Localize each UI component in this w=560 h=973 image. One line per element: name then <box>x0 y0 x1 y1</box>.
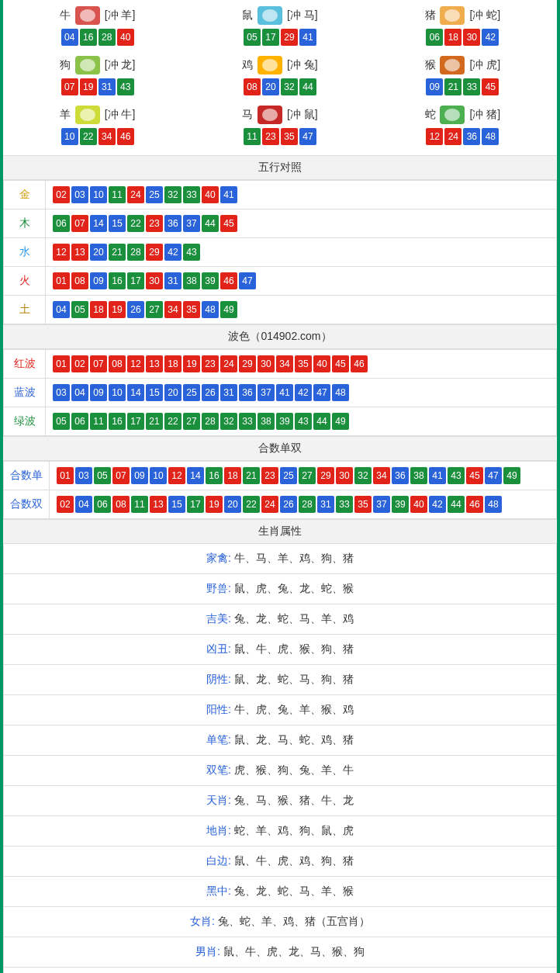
zodiac-balls: 11233547 <box>188 127 371 146</box>
table-row: 火 0108091617303138394647 <box>4 267 557 296</box>
number-ball: 38 <box>183 272 200 289</box>
number-ball: 38 <box>258 413 275 430</box>
bose-table: 红波 0102070812131819232429303435404546 蓝波… <box>3 349 557 436</box>
attr-row: 吉美: 兔、龙、蛇、马、羊、鸡 <box>3 604 557 635</box>
number-ball: 31 <box>317 496 334 513</box>
number-ball: 20 <box>164 384 181 401</box>
zodiac-balls: 04162840 <box>6 28 188 47</box>
attr-val: 鼠、牛、虎、龙、马、猴、狗 <box>220 945 365 957</box>
zodiac-name: 蛇 <box>425 108 436 122</box>
row-balls: 02031011242532334041 <box>46 181 557 209</box>
number-ball: 37 <box>258 384 275 401</box>
zodiac-name: 马 <box>242 108 253 122</box>
attr-key: 凶丑: <box>206 642 231 655</box>
number-ball: 44 <box>448 496 465 513</box>
table-row: 土 04051819262734354849 <box>4 296 557 324</box>
attr-val: 牛、虎、兔、羊、猴、鸡 <box>231 703 354 715</box>
number-ball: 44 <box>202 215 219 232</box>
number-ball: 33 <box>183 186 200 203</box>
attr-key: 地肖: <box>206 824 231 836</box>
attr-row: 凶丑: 鼠、牛、虎、猴、狗、猪 <box>3 635 557 665</box>
zodiac-cell: 猪 [冲 蛇] 06183042 <box>372 3 554 53</box>
number-ball: 08 <box>112 496 130 513</box>
number-ball: 43 <box>117 78 134 95</box>
number-ball: 23 <box>261 467 278 484</box>
number-ball: 03 <box>75 467 92 484</box>
number-ball: 48 <box>332 384 349 401</box>
number-ball: 22 <box>164 413 181 430</box>
number-ball: 16 <box>109 413 126 430</box>
number-ball: 49 <box>503 467 520 484</box>
number-ball: 37 <box>373 496 390 513</box>
number-ball: 24 <box>127 186 144 203</box>
attr-key: 女肖: <box>190 915 215 927</box>
number-ball: 07 <box>90 355 107 372</box>
attr-val: 兔、龙、蛇、马、羊、猴 <box>231 885 354 897</box>
zodiac-icon <box>258 56 282 74</box>
number-ball: 11 <box>244 128 261 145</box>
number-ball: 27 <box>299 467 316 484</box>
attr-row: 白边: 鼠、牛、虎、鸡、狗、猪 <box>3 847 557 877</box>
number-ball: 47 <box>299 128 316 145</box>
number-ball: 19 <box>206 496 223 513</box>
zodiac-name: 狗 <box>60 58 71 72</box>
row-balls: 0102070812131819232429303435404546 <box>46 350 557 379</box>
number-ball: 47 <box>239 272 256 289</box>
number-ball: 31 <box>220 384 237 401</box>
number-ball: 40 <box>410 496 427 513</box>
row-label: 红波 <box>4 350 46 379</box>
number-ball: 42 <box>482 29 499 46</box>
number-ball: 01 <box>53 355 70 372</box>
heshu-header: 合数单双 <box>3 436 557 461</box>
number-ball: 35 <box>281 128 298 145</box>
number-ball: 41 <box>299 29 316 46</box>
number-ball: 16 <box>109 272 126 289</box>
number-ball: 34 <box>276 355 293 372</box>
number-ball: 13 <box>71 244 88 261</box>
svg-point-0 <box>80 9 95 22</box>
attr-val: 牛、马、羊、鸡、狗、猪 <box>231 552 354 564</box>
number-ball: 06 <box>426 29 443 46</box>
number-ball: 44 <box>313 413 330 430</box>
number-ball: 43 <box>448 467 465 484</box>
svg-point-5 <box>444 59 460 71</box>
number-ball: 26 <box>202 384 219 401</box>
number-ball: 36 <box>392 467 409 484</box>
svg-point-8 <box>444 109 460 121</box>
row-label: 绿波 <box>4 407 46 436</box>
table-row: 合数单 010305070910121416182123252729303234… <box>4 462 557 490</box>
attr-val: 鼠、牛、虎、猴、狗、猪 <box>231 642 354 655</box>
number-ball: 22 <box>243 496 260 513</box>
number-ball: 25 <box>146 186 163 203</box>
number-ball: 35 <box>354 496 372 513</box>
attr-row: 阳性: 牛、虎、兔、羊、猴、鸡 <box>3 695 557 725</box>
row-label: 合数单 <box>4 462 50 490</box>
number-ball: 12 <box>53 244 70 261</box>
number-ball: 19 <box>109 301 126 318</box>
attr-val: 鼠、牛、虎、鸡、狗、猪 <box>231 854 354 867</box>
svg-point-2 <box>444 9 460 22</box>
number-ball: 02 <box>71 355 88 372</box>
zodiac-name: 牛 <box>60 9 71 23</box>
number-ball: 04 <box>71 384 88 401</box>
number-ball: 04 <box>75 496 92 513</box>
row-label: 水 <box>4 238 46 267</box>
number-ball: 04 <box>53 301 70 318</box>
zodiac-cell: 猴 [冲 虎] 09213345 <box>372 53 554 102</box>
attr-row: 阴性: 鼠、龙、蛇、马、狗、猪 <box>3 665 557 695</box>
number-ball: 20 <box>90 244 107 261</box>
number-ball: 07 <box>71 215 88 232</box>
attr-val: 兔、蛇、羊、鸡、猪（五宫肖） <box>215 915 370 927</box>
number-ball: 09 <box>131 467 148 484</box>
row-balls: 0108091617303138394647 <box>46 267 557 296</box>
svg-point-3 <box>80 59 95 71</box>
zodiac-icon <box>440 106 465 124</box>
zodiac-name: 鼠 <box>242 9 253 23</box>
number-ball: 24 <box>261 496 278 513</box>
zodiac-icon <box>258 6 282 25</box>
number-ball: 20 <box>224 496 241 513</box>
number-ball: 20 <box>262 78 279 95</box>
number-ball: 07 <box>61 78 78 95</box>
number-ball: 05 <box>244 29 261 46</box>
zodiac-icon <box>75 6 100 25</box>
